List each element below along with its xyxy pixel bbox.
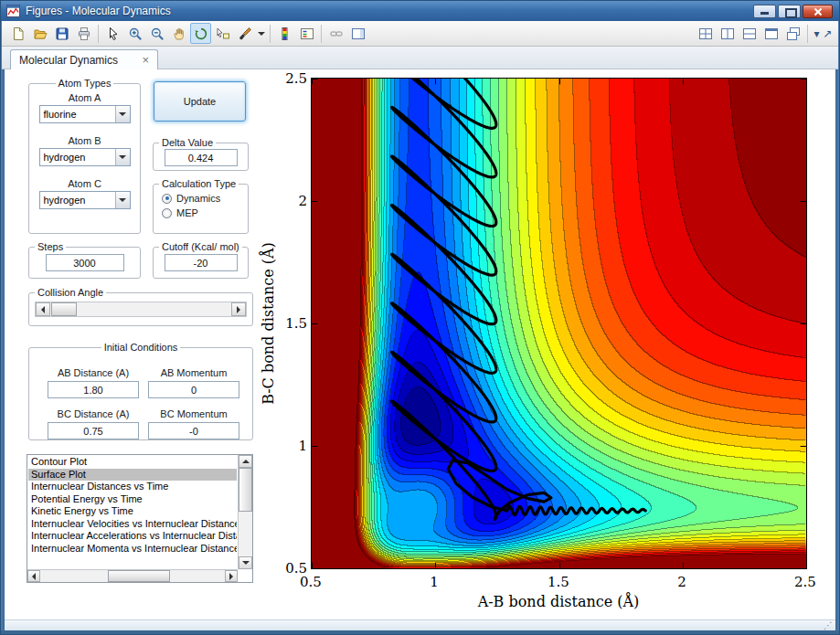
atom-b-dropdown[interactable]: hydrogen <box>39 148 131 166</box>
save-figure-icon[interactable] <box>51 23 72 44</box>
tab-close-icon[interactable]: × <box>142 54 149 66</box>
open-file-icon[interactable] <box>29 23 50 44</box>
plot-type-listbox[interactable]: Contour Plot Surface Plot Internuclear D… <box>27 454 253 583</box>
atom-b-label: Atom B <box>29 135 140 146</box>
delta-value-panel: Delta Value <box>153 137 249 171</box>
collapse-toolbar-icon[interactable]: ▾ <box>812 23 822 44</box>
data-cursor-icon[interactable] <box>212 23 233 44</box>
cutoff-input[interactable] <box>165 254 238 271</box>
undock-figure-icon[interactable]: ↗ <box>823 23 833 44</box>
ab-distance-label: AB Distance (A) <box>48 367 139 378</box>
calculation-type-legend: Calculation Type <box>159 178 239 189</box>
resize-grip-icon[interactable]: ⋰ <box>824 620 833 630</box>
y-tick-label: 2 <box>276 193 307 209</box>
radio-mep[interactable]: MEP <box>162 207 248 218</box>
new-figure-icon[interactable] <box>7 23 28 44</box>
tile-single-icon[interactable] <box>760 23 782 44</box>
minimize-button[interactable] <box>753 5 776 18</box>
tile-left-right-icon[interactable] <box>717 23 738 44</box>
atom-b-value: hydrogen <box>44 152 86 163</box>
slider-thumb[interactable] <box>51 302 77 316</box>
collision-angle-legend: Collision Angle <box>35 287 106 298</box>
brush-icon[interactable] <box>234 23 255 44</box>
tab-label: Molecular Dynamics <box>19 54 118 67</box>
bc-momentum-input[interactable] <box>148 422 239 439</box>
tile-grid-icon[interactable] <box>695 23 716 44</box>
bc-distance-input[interactable] <box>48 422 139 439</box>
delta-value-legend: Delta Value <box>159 137 216 148</box>
tab-molecular-dynamics[interactable]: Molecular Dynamics × <box>10 49 158 69</box>
zoom-out-icon[interactable] <box>146 23 167 44</box>
atom-a-dropdown[interactable]: fluorine <box>39 105 131 123</box>
x-axis-label: A-B bond distance (Å) <box>420 593 696 610</box>
radio-mep-label: MEP <box>176 207 198 218</box>
atom-types-legend: Atom Types <box>56 78 114 89</box>
steps-legend: Steps <box>35 241 66 252</box>
list-item[interactable]: Internuclear Accelerations vs Internucle… <box>28 530 237 543</box>
statusbar: ⋰ <box>5 619 835 630</box>
tile-top-bottom-icon[interactable] <box>739 23 760 44</box>
zoom-in-icon[interactable] <box>124 23 145 44</box>
brush-dropdown-icon[interactable] <box>256 23 266 44</box>
chevron-down-icon[interactable] <box>115 192 130 208</box>
steps-input[interactable] <box>46 254 124 271</box>
y-axis-label: B-C bond distance (Å) <box>260 242 277 405</box>
scroll-up-arrow[interactable] <box>239 455 252 468</box>
chevron-down-icon[interactable] <box>115 106 130 122</box>
atom-c-dropdown[interactable]: hydrogen <box>39 191 131 209</box>
x-tick-label: 1.5 <box>538 574 579 590</box>
rotate-3d-icon[interactable] <box>190 23 211 44</box>
vertical-scroll-thumb[interactable] <box>239 468 252 512</box>
collision-angle-slider[interactable] <box>35 302 247 317</box>
y-tick-label: 1 <box>276 438 307 454</box>
cutoff-panel: Cutoff (Kcal/ mol) <box>153 241 249 279</box>
atom-a-label: Atom A <box>29 92 140 103</box>
plot-browser-icon[interactable] <box>347 23 368 44</box>
link-plots-icon[interactable] <box>325 23 346 44</box>
ab-distance-input[interactable] <box>48 381 139 398</box>
pan-icon[interactable] <box>168 23 189 44</box>
y-tick-label: 1.5 <box>276 315 307 332</box>
float-windows-icon[interactable] <box>782 23 803 44</box>
close-button[interactable] <box>803 5 833 18</box>
list-item[interactable]: Internuclear Momenta vs Internuclear Dis… <box>28 543 237 556</box>
titlebar[interactable]: Figures - Molecular Dynamics <box>1 1 839 21</box>
radio-selected-icon <box>162 194 172 204</box>
slider-right-arrow[interactable] <box>231 302 246 316</box>
pes-canvas[interactable] <box>312 79 806 568</box>
toolbar: ▾ ↗ <box>2 21 838 47</box>
x-tick-label: 2.5 <box>785 574 825 590</box>
pointer-icon[interactable] <box>102 23 123 44</box>
slider-left-arrow[interactable] <box>36 302 50 316</box>
scroll-right-arrow[interactable] <box>225 570 238 582</box>
horizontal-scroll-thumb[interactable] <box>108 570 170 582</box>
list-item[interactable]: Potential Energy vs Time <box>28 493 237 506</box>
maximize-button[interactable] <box>778 5 801 18</box>
ab-momentum-input[interactable] <box>148 381 239 398</box>
insert-legend-icon[interactable] <box>296 23 317 44</box>
steps-panel: Steps <box>28 241 141 279</box>
tabstrip: Molecular Dynamics × <box>2 47 838 69</box>
insert-colorbar-icon[interactable] <box>274 23 295 44</box>
list-item[interactable]: Internuclear Velocities vs Internuclear … <box>28 518 237 531</box>
window-title: Figures - Molecular Dynamics <box>26 5 171 17</box>
list-item-selected[interactable]: Surface Plot <box>28 469 237 482</box>
x-tick-label: 0.5 <box>291 574 331 590</box>
delta-value-input[interactable] <box>165 149 238 166</box>
listbox-vertical-scrollbar[interactable] <box>238 455 252 569</box>
initial-conditions-legend: Initial Conditions <box>101 342 181 353</box>
listbox-horizontal-scrollbar[interactable] <box>27 569 238 582</box>
radio-dynamics[interactable]: Dynamics <box>162 193 248 204</box>
chevron-down-icon[interactable] <box>115 149 130 165</box>
list-item[interactable]: Internuclear Distances vs Time <box>28 481 237 493</box>
print-figure-icon[interactable] <box>73 23 94 44</box>
scroll-left-arrow[interactable] <box>27 570 40 582</box>
bc-momentum-label: BC Momentum <box>148 408 239 419</box>
update-button[interactable]: Update <box>154 81 246 122</box>
layout-cluster: ▾ ↗ <box>695 23 833 44</box>
app-icon <box>6 5 20 17</box>
window-border-left <box>1 21 5 634</box>
list-item[interactable]: Contour Plot <box>28 456 237 469</box>
scroll-down-arrow[interactable] <box>239 556 252 569</box>
list-item[interactable]: Kinetic Energy vs Time <box>28 505 237 518</box>
